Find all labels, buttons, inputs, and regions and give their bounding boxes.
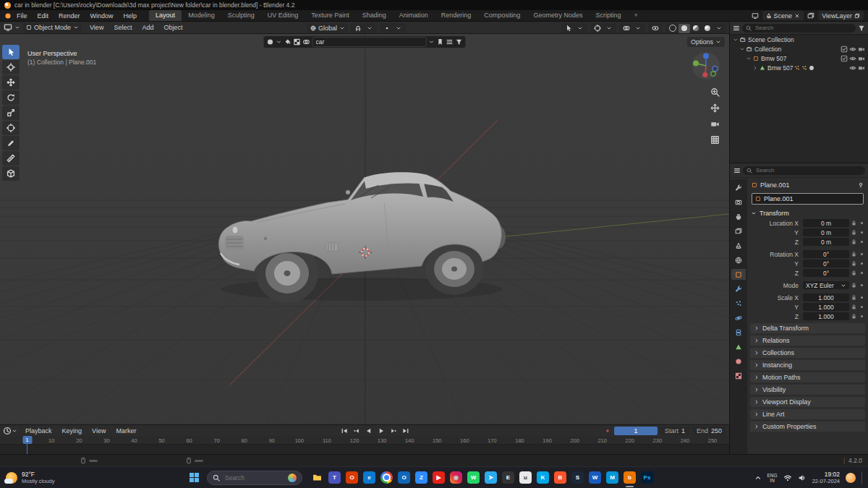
mode-dropdown[interactable]: Object Mode <box>23 23 82 33</box>
playback-jump-to-start-button[interactable] <box>339 426 350 435</box>
value-field[interactable]: 0 m <box>803 228 849 236</box>
object-name-field[interactable]: Plane.001 <box>752 193 864 205</box>
viewport-toggle-grid-button[interactable] <box>710 135 720 146</box>
properties-tab-scene[interactable] <box>731 240 746 251</box>
properties-search-input[interactable] <box>754 166 861 174</box>
viewlayer-browse-icon[interactable] <box>807 12 814 20</box>
section-line-art[interactable]: Line Art <box>750 409 865 419</box>
tool-measure[interactable] <box>2 151 20 166</box>
lock-icon[interactable] <box>851 282 857 288</box>
list-icon[interactable] <box>446 38 454 46</box>
app-brave[interactable]: B <box>554 471 566 484</box>
viewport-zoom-button[interactable] <box>710 87 720 98</box>
playback-play-button[interactable] <box>375 426 387 435</box>
properties-tab-physics[interactable] <box>731 312 746 323</box>
app-zoom[interactable]: Z <box>415 471 427 484</box>
properties-tab-view-layer[interactable] <box>731 226 746 236</box>
outliner-row[interactable]: Bmw 507 <box>730 63 868 72</box>
overlays-toggle[interactable] <box>621 24 632 33</box>
workspace-tab-geometry-nodes[interactable]: Geometry Nodes <box>527 10 589 21</box>
weather-widget[interactable]: 92°F Mostly cloudy <box>6 471 54 484</box>
menu-window[interactable]: Window <box>85 10 119 22</box>
playback-previous-keyframe-button[interactable] <box>351 426 362 435</box>
app-kinemaster[interactable]: K <box>537 471 549 484</box>
timeline-editor-icon[interactable] <box>3 427 12 435</box>
outliner-display-mode-icon[interactable] <box>733 25 740 32</box>
viewlayer-selector[interactable]: ViewLayer <box>818 11 864 20</box>
viewport-camera-view-button[interactable] <box>710 119 720 130</box>
animate-dot-icon[interactable] <box>859 313 865 320</box>
app-file-explorer[interactable] <box>311 471 323 484</box>
frame-end-field[interactable]: End 250 <box>692 427 726 435</box>
properties-tab-material[interactable] <box>731 356 746 367</box>
show-gizmo-toggle[interactable] <box>592 24 603 33</box>
properties-tab-texture[interactable] <box>731 370 746 381</box>
breadcrumb-object-name[interactable]: Plane.001 <box>760 181 790 189</box>
lock-icon[interactable] <box>851 251 857 257</box>
tool-rotate[interactable] <box>2 90 20 105</box>
timeline-ruler[interactable]: 1102030405060708090100110120130140150160… <box>0 436 729 445</box>
pin-icon[interactable] <box>858 182 864 188</box>
editor-type-chevron-icon[interactable] <box>14 25 20 30</box>
app-epic-games[interactable]: E <box>502 471 514 484</box>
animate-dot-icon[interactable] <box>859 239 865 245</box>
section-collections[interactable]: Collections <box>750 348 865 358</box>
bookmark-icon[interactable] <box>437 38 444 46</box>
lock-icon[interactable] <box>851 313 857 320</box>
selectability-chevron[interactable] <box>574 24 586 33</box>
viewport-menu-view[interactable]: View <box>85 22 109 33</box>
lock-icon[interactable] <box>851 270 857 276</box>
language-indicator[interactable]: ENG IN <box>767 473 778 483</box>
lock-icon[interactable] <box>851 294 857 301</box>
outliner-search[interactable] <box>742 24 856 33</box>
lock-icon[interactable] <box>851 220 857 226</box>
texture-icon[interactable] <box>294 38 301 46</box>
workspace-tab-texture-paint[interactable]: Texture Paint <box>305 10 356 21</box>
mode-select[interactable]: XYZ Euler <box>803 281 849 289</box>
workspace-tab-shading[interactable]: Shading <box>356 10 393 21</box>
chevron-down-icon[interactable] <box>276 39 282 45</box>
properties-editor-icon[interactable] <box>733 167 741 174</box>
workspace-tab-scripting[interactable]: Scripting <box>589 10 627 21</box>
camera-toggle-icon[interactable] <box>858 46 865 53</box>
overlays-dropdown[interactable] <box>632 24 644 33</box>
filter-icon[interactable] <box>456 38 463 46</box>
lock-icon[interactable] <box>851 239 857 245</box>
expander-chevron-down-icon[interactable] <box>739 46 745 52</box>
new-viewlayer-icon[interactable] <box>854 13 860 19</box>
tool-scale[interactable] <box>2 106 20 120</box>
tool-annotate[interactable] <box>2 136 20 150</box>
value-field[interactable]: 0 m <box>803 238 849 246</box>
selectability-dropdown[interactable] <box>563 24 574 33</box>
viewport-menu-add[interactable]: Add <box>137 22 158 33</box>
transform-panel-header[interactable]: Transform <box>747 207 868 218</box>
menu-edit[interactable]: Edit <box>33 10 54 22</box>
outliner-search-input[interactable] <box>754 24 852 32</box>
blend-icon[interactable] <box>303 38 310 46</box>
workspace-tab-layout[interactable]: Layout <box>149 10 182 21</box>
timeline-track[interactable] <box>0 445 729 455</box>
app-maya[interactable]: M <box>606 471 618 484</box>
animate-dot-icon[interactable] <box>859 270 865 276</box>
app-instagram[interactable]: ◉ <box>450 471 462 484</box>
proportional-dropdown[interactable] <box>393 24 404 33</box>
volume-icon[interactable] <box>798 474 807 482</box>
section-motion-paths[interactable]: Motion Paths <box>750 372 865 382</box>
section-visibility[interactable]: Visibility <box>750 385 865 395</box>
outliner-row[interactable]: Scene Collection <box>730 35 868 44</box>
section-delta-transform[interactable]: Delta Transform <box>750 323 865 333</box>
lock-icon[interactable] <box>851 304 857 310</box>
editor-type-icon[interactable] <box>4 23 12 32</box>
workspace-add-button[interactable]: + <box>627 10 644 21</box>
value-field[interactable]: 0° <box>803 260 849 267</box>
checkbox-toggle-icon[interactable] <box>841 46 848 53</box>
editor-type-chevron-icon[interactable] <box>12 428 17 434</box>
gizmo-dropdown[interactable] <box>603 24 615 33</box>
section-custom-properties[interactable]: Custom Properties <box>750 421 865 432</box>
clock-widget[interactable]: 19:02 22-07-2024 <box>812 471 840 484</box>
animate-dot-icon[interactable] <box>859 251 865 257</box>
outliner-row[interactable]: Bmw 507 <box>730 53 868 63</box>
app-teams[interactable]: T <box>328 471 341 484</box>
tool-add-cube[interactable] <box>2 166 20 181</box>
app-chrome[interactable] <box>380 471 393 484</box>
